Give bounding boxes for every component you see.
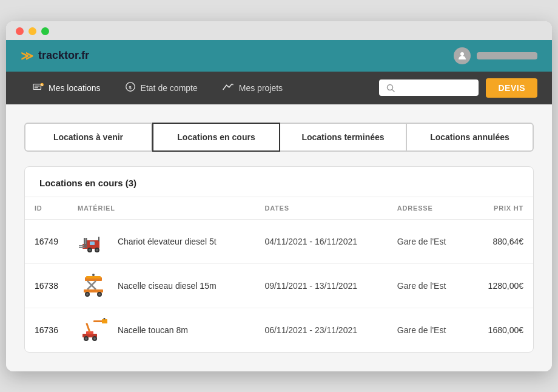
svg-point-33 (98, 293, 101, 296)
tab-annulees[interactable]: Locations annulées (407, 123, 534, 152)
svg-rect-2 (35, 86, 40, 86)
tab-en-cours[interactable]: Locations en cours (152, 123, 280, 152)
browser-window: ≫ tracktor.fr $ (6, 21, 552, 371)
svg-text:$: $ (129, 84, 132, 90)
mes-locations-icon: $ (33, 82, 44, 94)
logo-text: tracktor.fr (38, 49, 89, 62)
mes-projets-icon (222, 82, 234, 94)
row-materiel: Chariot élevateur diesel 5t (68, 219, 255, 263)
equipment-name: Nacelle ciseau diesel 15m (118, 281, 217, 291)
svg-rect-14 (90, 242, 95, 245)
svg-point-22 (96, 249, 98, 251)
user-avatar-icon (454, 47, 471, 64)
svg-rect-17 (84, 238, 86, 248)
row-adresse: Gare de l'Est (388, 263, 468, 308)
nav-mes-projets[interactable]: Mes projets (210, 72, 295, 104)
table-row[interactable]: 16736 (25, 308, 533, 352)
topbar: ≫ tracktor.fr (6, 40, 552, 72)
tab-terminees[interactable]: Locations terminées (280, 123, 407, 152)
nav-mes-projets-label: Mes projets (239, 83, 283, 93)
row-prix: 1680,00€ (468, 308, 533, 352)
svg-point-41 (85, 337, 87, 340)
user-name (477, 52, 537, 59)
nav-etat-de-compte[interactable]: $ Etat de compte (113, 72, 210, 104)
table-row[interactable]: 16749 (25, 219, 533, 263)
tab-a-venir[interactable]: Locations à venir (24, 123, 152, 152)
locations-table: ID MATÉRIEL DATES ADRESSE PRIX HT 16749 (25, 197, 533, 352)
nav-mes-locations[interactable]: $ Mes locations (21, 72, 113, 104)
table-row[interactable]: 16738 (25, 263, 533, 308)
traffic-light-green[interactable] (41, 27, 49, 35)
svg-point-31 (86, 293, 89, 296)
svg-rect-23 (98, 237, 99, 242)
col-materiel: MATÉRIEL (68, 197, 255, 220)
svg-point-26 (92, 274, 95, 276)
etat-compte-icon: $ (125, 81, 136, 95)
search-box[interactable] (379, 79, 479, 96)
svg-point-0 (460, 52, 464, 56)
col-prix: PRIX HT (468, 197, 533, 220)
logo-icon: ≫ (21, 49, 33, 63)
svg-rect-25 (86, 276, 101, 279)
search-icon (386, 84, 395, 92)
subnav-right: DEVIS (379, 78, 537, 98)
search-input[interactable] (398, 83, 471, 92)
browser-chrome (6, 21, 552, 40)
row-dates: 04/11/2021 - 16/11/2021 (255, 219, 387, 263)
row-adresse: Gare de l'Est (388, 219, 468, 263)
row-id: 16749 (25, 219, 68, 263)
traffic-light-yellow[interactable] (29, 27, 36, 35)
subnav: $ Mes locations $ Etat de compte (6, 72, 552, 104)
row-prix: 1280,00€ (468, 263, 533, 308)
row-adresse: Gare de l'Est (388, 308, 468, 352)
equipment-icon (78, 318, 109, 342)
row-materiel: Nacelle toucan 8m (68, 308, 255, 352)
row-dates: 09/11/2021 - 13/11/2021 (255, 263, 387, 308)
svg-rect-36 (86, 322, 90, 332)
equipment-icon (78, 229, 109, 254)
col-dates: DATES (255, 197, 387, 220)
nav-etat-compte-label: Etat de compte (141, 83, 198, 93)
logo[interactable]: ≫ tracktor.fr (21, 49, 89, 63)
traffic-light-red[interactable] (16, 27, 24, 35)
svg-rect-1 (33, 84, 41, 89)
svg-point-43 (93, 337, 96, 340)
row-id: 16736 (25, 308, 68, 352)
svg-rect-3 (35, 87, 38, 87)
user-area (454, 47, 537, 64)
equipment-name: Chariot élevateur diesel 5t (118, 237, 217, 246)
svg-rect-38 (102, 319, 107, 323)
row-dates: 06/11/2021 - 23/11/2021 (255, 308, 387, 352)
main-content: Locations à venir Locations en cours Loc… (6, 104, 552, 371)
svg-rect-18 (86, 238, 87, 248)
svg-point-20 (89, 249, 91, 251)
table-header-row: ID MATÉRIEL DATES ADRESSE PRIX HT (25, 197, 533, 220)
svg-line-11 (392, 89, 395, 92)
devis-button[interactable]: DEVIS (486, 78, 537, 98)
row-prix: 880,64€ (468, 219, 533, 263)
nav-mes-locations-label: Mes locations (49, 83, 101, 93)
equipment-icon (78, 274, 109, 298)
col-adresse: ADRESSE (388, 197, 468, 220)
col-id: ID (25, 197, 68, 220)
equipment-name: Nacelle toucan 8m (118, 325, 188, 335)
table-card: Locations en cours (3) ID MATÉRIEL DATES… (24, 166, 534, 353)
table-title: Locations en cours (3) (25, 167, 533, 197)
row-materiel: Nacelle ciseau diesel 15m (68, 263, 255, 308)
tabs-row: Locations à venir Locations en cours Loc… (24, 123, 534, 152)
row-id: 16738 (25, 263, 68, 308)
